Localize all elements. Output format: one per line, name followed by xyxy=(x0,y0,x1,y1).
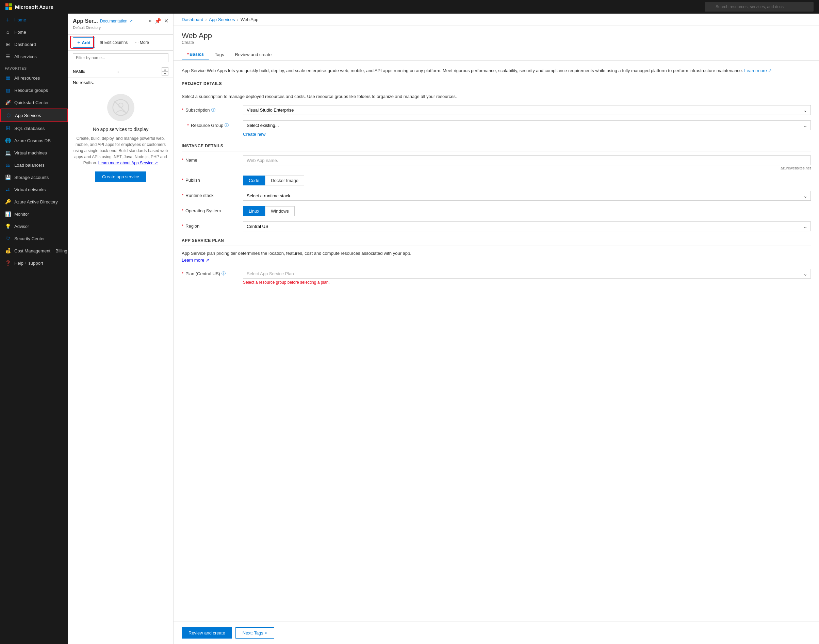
scroll-down-button[interactable]: ▼ xyxy=(162,71,169,75)
runtime-label: * Runtime stack xyxy=(182,191,243,198)
sidebar-item-resource-groups[interactable]: ▤ Resource groups xyxy=(0,84,68,96)
create-resource-button[interactable]: ＋ Home xyxy=(0,14,68,26)
sql-databases-icon: 🗄 xyxy=(5,125,11,131)
sidebar-item-virtual-networks[interactable]: ⇄ Virtual networks xyxy=(0,183,68,196)
app-service-plan-header: APP SERVICE PLAN xyxy=(182,238,811,246)
region-select-wrapper: Central US xyxy=(243,221,811,232)
no-results-text: No results. xyxy=(73,80,94,85)
sidebar-item-monitor[interactable]: 📊 Monitor xyxy=(0,208,68,220)
filter-input[interactable] xyxy=(73,54,169,62)
app-service-plan-desc: App Service plan pricing tier determines… xyxy=(182,250,811,263)
sidebar-item-all-services[interactable]: ☰ All services xyxy=(0,51,68,63)
subscription-control: Visual Studio Enterprise xyxy=(243,105,811,115)
plan-learn-more-link[interactable]: Learn more ↗ xyxy=(182,258,209,263)
documentation-link[interactable]: Documentation xyxy=(100,19,127,23)
sidebar-item-cosmos-db[interactable]: 🌐 Azure Cosmos DB xyxy=(0,134,68,147)
os-toggle-group: Linux Windows xyxy=(243,206,811,216)
collapse-icon[interactable]: « xyxy=(149,18,152,24)
load-balancers-icon: ⚖ xyxy=(5,162,11,168)
sidebar-item-virtual-machines[interactable]: 💻 Virtual machines xyxy=(0,147,68,159)
scroll-up-button[interactable]: ▲ xyxy=(162,67,169,71)
more-button[interactable]: ··· More xyxy=(132,38,152,47)
sidebar-item-home[interactable]: ⌂ Home xyxy=(0,26,68,38)
pin-icon[interactable]: 📌 xyxy=(155,18,161,24)
region-control: Central US xyxy=(243,221,811,232)
name-input[interactable] xyxy=(243,155,811,166)
os-label: * Operating System xyxy=(182,206,243,213)
os-control: Linux Windows xyxy=(243,206,811,216)
create-app-service-button[interactable]: Create app service xyxy=(95,172,146,182)
sidebar-item-security-center[interactable]: 🛡 Security Center xyxy=(0,232,68,245)
sidebar-item-storage-accounts[interactable]: 💾 Storage accounts xyxy=(0,171,68,183)
sidebar: ＋ Home ⌂ Home ⊞ Dashboard ☰ All services… xyxy=(0,14,68,644)
tab-review-create[interactable]: Review and create xyxy=(229,49,277,60)
sidebar-item-help-support[interactable]: ❓ Help + support xyxy=(0,257,68,269)
plan-select-wrapper: Select App Service Plan xyxy=(243,269,811,279)
sort-icon: ↕ xyxy=(117,70,162,74)
all-services-icon: ☰ xyxy=(5,54,11,60)
sidebar-item-sql-databases[interactable]: 🗄 SQL databases xyxy=(0,122,68,134)
resource-group-select-wrapper: Select existing... xyxy=(243,120,811,130)
learn-more-link[interactable]: Learn more ↗ xyxy=(744,68,772,73)
form-header: Web App Create xyxy=(173,26,819,45)
panel-filter xyxy=(68,51,173,65)
subscription-select[interactable]: Visual Studio Enterprise xyxy=(243,105,811,115)
plan-error-text: Select a resource group before selecting… xyxy=(243,280,811,285)
learn-more-link[interactable]: Learn more about App Service ↗ xyxy=(98,161,158,166)
name-suffix: .azurewebsites.net xyxy=(243,166,811,170)
sidebar-item-app-services[interactable]: ⬡ App Services xyxy=(0,109,68,122)
sidebar-item-all-resources[interactable]: ▦ All resources xyxy=(0,72,68,84)
sidebar-item-advisor[interactable]: 💡 Advisor xyxy=(0,220,68,232)
brand: Microsoft Azure xyxy=(5,3,54,10)
sidebar-item-quickstart[interactable]: 🚀 Quickstart Center xyxy=(0,96,68,109)
panel-title: App Ser... xyxy=(73,18,98,24)
sidebar-item-cost-management[interactable]: 💰 Cost Management + Billing xyxy=(0,245,68,257)
no-results-row: No results. xyxy=(68,78,173,87)
review-create-button[interactable]: Review and create xyxy=(182,627,232,639)
publish-code-button[interactable]: Code xyxy=(243,176,265,186)
publish-docker-button[interactable]: Docker Image xyxy=(265,176,304,186)
azure-ad-icon: 🔑 xyxy=(5,199,11,205)
favorites-header: FAVORITES xyxy=(0,63,68,72)
os-row: * Operating System Linux Windows xyxy=(182,206,811,216)
svg-point-2 xyxy=(118,103,123,107)
resource-group-label: * Resource Group ⓘ xyxy=(182,120,243,128)
subscription-info-icon: ⓘ xyxy=(211,107,215,113)
runtime-select[interactable]: Select a runtime stack. xyxy=(243,191,811,201)
empty-state-icon xyxy=(107,94,134,121)
edit-columns-button[interactable]: ⊞ Edit columns xyxy=(97,38,131,47)
name-row: * Name .azurewebsites.net xyxy=(182,155,811,170)
column-header: NAME ↕ ▲ ▼ xyxy=(68,65,173,78)
add-button[interactable]: Add xyxy=(73,37,95,48)
next-tags-button[interactable]: Next: Tags > xyxy=(235,627,274,639)
ellipsis-icon: ··· xyxy=(135,40,138,45)
security-center-icon: 🛡 xyxy=(5,235,11,242)
breadcrumb-app-services[interactable]: App Services xyxy=(209,17,235,22)
breadcrumb: Dashboard › App Services › Web App xyxy=(173,14,819,26)
search-input[interactable] xyxy=(705,2,814,12)
sidebar-item-azure-ad[interactable]: 🔑 Azure Active Directory xyxy=(0,196,68,208)
monitor-icon: 📊 xyxy=(5,211,11,217)
grid-icon: ⊞ xyxy=(100,40,103,45)
subscription-row: * Subscription ⓘ Visual Studio Enterpris… xyxy=(182,105,811,115)
region-select[interactable]: Central US xyxy=(243,221,811,232)
tab-basics[interactable]: Basics xyxy=(182,49,209,60)
publish-toggle-group: Code Docker Image xyxy=(243,176,811,186)
plan-select[interactable]: Select App Service Plan xyxy=(243,269,811,279)
storage-accounts-icon: 💾 xyxy=(5,174,11,180)
breadcrumb-dashboard[interactable]: Dashboard xyxy=(182,17,204,22)
ms-logo xyxy=(5,3,12,10)
sidebar-item-dashboard[interactable]: ⊞ Dashboard xyxy=(0,38,68,51)
sidebar-item-load-balancers[interactable]: ⚖ Load balancers xyxy=(0,159,68,171)
resource-group-select[interactable]: Select existing... xyxy=(243,120,811,130)
plus-icon: ＋ xyxy=(5,17,11,23)
tab-tags[interactable]: Tags xyxy=(209,49,229,60)
close-icon[interactable]: ✕ xyxy=(164,18,169,24)
os-linux-button[interactable]: Linux xyxy=(243,206,265,216)
name-label: * Name xyxy=(182,155,243,163)
create-new-resource-group-link[interactable]: Create new xyxy=(243,132,811,137)
project-details-desc: Select a subscription to manage deployed… xyxy=(182,93,811,100)
os-windows-button[interactable]: Windows xyxy=(265,206,294,216)
all-resources-icon: ▦ xyxy=(5,75,11,81)
breadcrumb-web-app: Web App xyxy=(241,17,259,22)
